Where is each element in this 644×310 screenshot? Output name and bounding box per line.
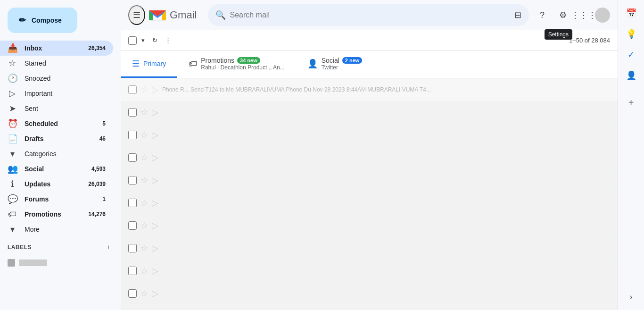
- tab-promotions[interactable]: 🏷 Promotions 34 new Rahul · Decathlon Pr…: [177, 51, 296, 78]
- avatar[interactable]: [595, 8, 610, 23]
- snooze-button[interactable]: ▷: [152, 107, 158, 117]
- star-button[interactable]: ☆: [140, 288, 148, 299]
- sidebar-item-starred[interactable]: ☆ Starred: [0, 56, 113, 71]
- chevron-down-icon: ▾: [8, 149, 17, 159]
- snooze-button[interactable]: ▷: [152, 130, 158, 140]
- add-icon: +: [628, 97, 634, 108]
- email-checkbox[interactable]: [128, 176, 137, 184]
- apps-icon: ⋮⋮⋮: [571, 10, 596, 20]
- snooze-button[interactable]: ▷: [152, 266, 158, 276]
- sidebar-item-social[interactable]: 👥 Social 4,593: [0, 161, 113, 176]
- email-checkbox[interactable]: [128, 244, 137, 252]
- sidebar-item-sent[interactable]: ➤ Sent: [0, 101, 113, 116]
- snooze-button[interactable]: ▷: [152, 288, 158, 299]
- email-checkbox[interactable]: [128, 289, 137, 298]
- apps-button[interactable]: ⋮⋮⋮: [574, 6, 593, 25]
- select-all-checkbox[interactable]: [128, 36, 137, 45]
- help-button[interactable]: ?: [533, 6, 552, 25]
- snooze-button[interactable]: ▷: [152, 243, 158, 253]
- select-dropdown-button[interactable]: ▾: [139, 34, 148, 47]
- email-row[interactable]: ☆ ▷: [121, 192, 618, 214]
- tab-primary[interactable]: ☰ Primary: [121, 51, 177, 78]
- categories-header[interactable]: ▾ Categories: [0, 146, 113, 161]
- email-row[interactable]: ☆ ▷: [121, 260, 618, 282]
- star-button[interactable]: ☆: [140, 175, 148, 185]
- email-checkbox[interactable]: [128, 221, 137, 230]
- calendar-button[interactable]: 📅: [622, 4, 641, 23]
- expand-panel-button[interactable]: ›: [622, 287, 641, 306]
- promotions-tab-icon: 🏷: [189, 59, 197, 69]
- forums-label: Forums: [25, 195, 95, 203]
- email-checkbox[interactable]: [128, 85, 137, 94]
- compose-button[interactable]: ✏ Compose: [8, 8, 77, 33]
- snooze-button[interactable]: ▷: [152, 84, 158, 95]
- email-row[interactable]: ☆ ▷: [121, 305, 618, 310]
- sidebar-item-drafts[interactable]: 📄 Drafts 46: [0, 131, 113, 146]
- sidebar-item-forums[interactable]: 💬 Forums 1: [0, 192, 113, 207]
- email-row[interactable]: ☆ ▷: [121, 124, 618, 146]
- social-icon: 👥: [8, 164, 17, 174]
- label-name: [19, 260, 47, 266]
- sidebar-item-updates[interactable]: ℹ Updates 26,039: [0, 176, 113, 192]
- settings-button[interactable]: ⚙: [553, 6, 572, 25]
- email-row[interactable]: ☆ ▷: [121, 237, 618, 260]
- inbox-icon: 📥: [8, 43, 17, 53]
- sidebar-item-scheduled[interactable]: ⏰ Scheduled 5: [0, 116, 113, 131]
- snooze-button[interactable]: ▷: [152, 198, 158, 208]
- star-button[interactable]: ☆: [140, 152, 148, 163]
- email-row[interactable]: ☆ ▷: [121, 101, 618, 124]
- expand-panel-container: ›: [622, 193, 641, 306]
- star-button[interactable]: ☆: [140, 243, 148, 253]
- calendar-icon: 📅: [626, 8, 636, 18]
- email-row[interactable]: ☆ ▷: [121, 169, 618, 192]
- tab-social[interactable]: 👤 Social 2 new Twitter: [296, 51, 374, 78]
- sidebar-item-important[interactable]: ▷ Important: [0, 86, 113, 101]
- star-button[interactable]: ☆: [140, 266, 148, 276]
- toolbar-left: ▾ ↻ ⋮: [128, 34, 174, 47]
- gmail-logo: Gmail: [149, 8, 197, 22]
- snooze-button[interactable]: ▷: [152, 152, 158, 163]
- forums-count: 1: [102, 196, 106, 202]
- keep-button[interactable]: 💡: [622, 25, 641, 43]
- search-filter-icon[interactable]: ⊟: [514, 10, 521, 20]
- star-button[interactable]: ☆: [140, 130, 148, 140]
- sidebar-item-more[interactable]: ▾ More: [0, 222, 113, 237]
- email-row[interactable]: ☆ ▷ Phone R... Send T124 to Me MUBRARALI…: [121, 78, 618, 101]
- sidebar-item-snoozed[interactable]: 🕐 Snoozed: [0, 71, 113, 86]
- social-tab-icon: 👤: [307, 59, 318, 69]
- star-button[interactable]: ☆: [140, 84, 148, 95]
- sidebar-item-promotions[interactable]: 🏷 Promotions 14,276: [0, 207, 113, 222]
- pagination: 1–50 of 28,084: [569, 37, 610, 44]
- email-checkbox[interactable]: [128, 153, 137, 162]
- contacts-button[interactable]: 👤: [622, 66, 641, 85]
- tasks-button[interactable]: ✓: [622, 45, 641, 64]
- email-checkbox[interactable]: [128, 267, 137, 275]
- compose-label: Compose: [32, 17, 62, 24]
- email-row[interactable]: ☆ ▷: [121, 214, 618, 237]
- email-checkbox[interactable]: [128, 131, 137, 139]
- hamburger-menu-button[interactable]: ☰: [128, 5, 145, 25]
- important-label: Important: [25, 90, 106, 97]
- email-checkbox[interactable]: [128, 108, 137, 117]
- star-button[interactable]: ☆: [140, 107, 148, 117]
- sent-icon: ➤: [8, 103, 17, 114]
- star-button[interactable]: ☆: [140, 198, 148, 208]
- add-label-button[interactable]: +: [104, 241, 113, 253]
- sidebar-item-inbox[interactable]: 📥 Inbox 26,354: [0, 41, 113, 56]
- updates-label: Updates: [25, 180, 81, 188]
- primary-tab-icon: ☰: [132, 59, 140, 69]
- refresh-button[interactable]: ↻: [149, 34, 160, 47]
- email-row[interactable]: ☆ ▷: [121, 146, 618, 169]
- snooze-button[interactable]: ▷: [152, 175, 158, 185]
- search-input[interactable]: [230, 11, 511, 19]
- sidebar: ✏ Compose 📥 Inbox 26,354 ☆ Starred 🕐 Sno…: [0, 0, 121, 310]
- email-row[interactable]: ☆ ▷: [121, 282, 618, 305]
- inbox-count: 26,354: [88, 45, 106, 51]
- star-button[interactable]: ☆: [140, 220, 148, 231]
- updates-count: 26,039: [88, 181, 106, 187]
- add-app-button[interactable]: +: [622, 93, 641, 112]
- email-checkbox[interactable]: [128, 199, 137, 207]
- more-options-button[interactable]: ⋮: [162, 34, 174, 47]
- snooze-button[interactable]: ▷: [152, 220, 158, 231]
- label-item[interactable]: [8, 257, 113, 268]
